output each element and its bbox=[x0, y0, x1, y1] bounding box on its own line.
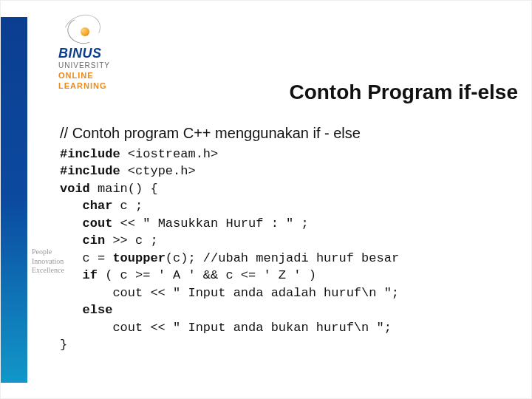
code-text: >> c ; bbox=[105, 233, 157, 248]
code-keyword: char bbox=[60, 199, 112, 213]
slide-subtitle: // Contoh program C++ menggunakan if - e… bbox=[60, 125, 361, 142]
code-text: cout << " Input anda adalah huruf\n "; bbox=[60, 286, 399, 300]
brand-online2: LEARNING bbox=[58, 81, 154, 90]
brand-online1: ONLINE bbox=[58, 71, 154, 80]
gradient-sidebar bbox=[1, 17, 27, 383]
slide-title: Contoh Program if-else bbox=[289, 81, 518, 104]
code-text: <iostream.h> bbox=[120, 147, 219, 161]
code-keyword: if bbox=[60, 268, 98, 282]
code-keyword: #include bbox=[60, 164, 120, 178]
logo-orb-icon bbox=[81, 27, 89, 36]
code-keyword: toupper bbox=[112, 251, 165, 265]
brand-name: BINUS bbox=[58, 47, 154, 61]
logo-mark bbox=[58, 14, 103, 44]
code-keyword: cin bbox=[60, 233, 105, 248]
code-text: main() { bbox=[90, 182, 158, 196]
code-keyword: cout bbox=[60, 216, 112, 231]
brand-logo: BINUS UNIVERSITY ONLINE LEARNING bbox=[58, 14, 154, 90]
code-text: (c); //ubah menjadi huruf besar bbox=[166, 251, 399, 265]
code-keyword: else bbox=[60, 303, 112, 317]
code-text: <ctype.h> bbox=[120, 164, 196, 178]
code-text: cout << " Input anda bukan huruf\n "; bbox=[60, 321, 392, 335]
code-keyword: void bbox=[60, 182, 90, 196]
code-keyword: #include bbox=[60, 147, 120, 161]
code-text: c = bbox=[60, 251, 112, 265]
code-text: ( c >= ' A ' && c <= ' Z ' ) bbox=[98, 268, 316, 282]
brand-sub: UNIVERSITY bbox=[58, 61, 154, 69]
code-block: #include <iostream.h> #include <ctype.h>… bbox=[60, 146, 399, 353]
code-text: } bbox=[60, 338, 67, 352]
code-text: << " Masukkan Huruf : " ; bbox=[112, 216, 308, 231]
code-text: c ; bbox=[112, 199, 143, 213]
